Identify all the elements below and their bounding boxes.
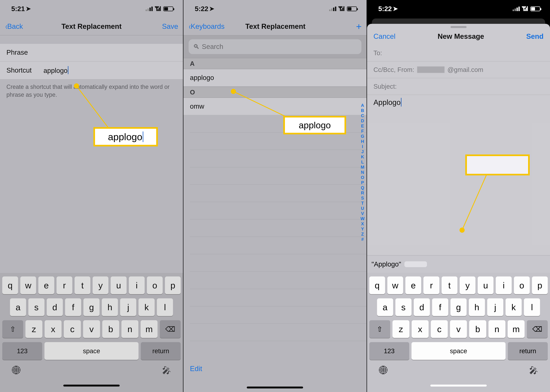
key-p[interactable]: p — [165, 276, 181, 294]
key-q[interactable]: q — [2, 276, 18, 294]
key-q[interactable]: q — [369, 276, 385, 294]
key-s[interactable]: s — [28, 298, 44, 316]
delete-key[interactable]: ⌫ — [527, 320, 548, 338]
key-o[interactable]: o — [514, 276, 530, 294]
shift-key[interactable]: ⇧ — [369, 320, 390, 338]
back-chevron-icon[interactable]: ‹ — [6, 22, 7, 31]
key-s[interactable]: s — [395, 298, 412, 316]
key-x[interactable]: x — [45, 320, 62, 338]
index-G[interactable]: G — [360, 134, 365, 139]
index-A[interactable]: A — [360, 103, 365, 108]
index-S[interactable]: S — [360, 196, 365, 201]
index-O[interactable]: O — [360, 175, 365, 180]
index-I[interactable]: I — [361, 144, 364, 149]
cancel-button[interactable]: Cancel — [373, 32, 396, 40]
phrase-row[interactable]: Phrase — [0, 43, 183, 62]
index-R[interactable]: R — [360, 190, 365, 196]
key-g[interactable]: g — [83, 298, 100, 316]
key-m[interactable]: m — [508, 320, 525, 338]
key-h[interactable]: h — [102, 298, 118, 316]
key-u[interactable]: u — [478, 276, 493, 294]
index-K[interactable]: K — [360, 154, 365, 160]
key-i[interactable]: i — [496, 276, 512, 294]
key-i[interactable]: i — [129, 276, 145, 294]
ccbcc-field[interactable]: Cc/Bcc, From: @gmail.com — [367, 62, 550, 78]
delete-key[interactable]: ⌫ — [160, 320, 181, 338]
index-C[interactable]: C — [360, 113, 365, 118]
index-Z[interactable]: Z — [360, 232, 365, 237]
back-button[interactable]: Back — [7, 22, 23, 30]
key-u[interactable]: u — [111, 276, 126, 294]
key-z[interactable]: z — [25, 320, 42, 338]
return-key[interactable]: return — [508, 342, 548, 360]
list-item-applogo[interactable]: applogo — [183, 69, 366, 87]
index-D[interactable]: D — [360, 119, 365, 123]
globe-icon[interactable]: 🌐︎ — [12, 365, 21, 376]
key-x[interactable]: x — [412, 320, 429, 338]
add-button[interactable]: + — [356, 21, 362, 32]
key-h[interactable]: h — [469, 298, 485, 316]
index-W[interactable]: W — [359, 216, 365, 221]
index-Q[interactable]: Q — [360, 185, 365, 190]
mic-icon[interactable]: 🎤︎ — [529, 365, 538, 376]
key-z[interactable]: z — [393, 320, 409, 338]
send-button[interactable]: Send — [526, 32, 543, 40]
key-w[interactable]: w — [387, 276, 403, 294]
key-y[interactable]: y — [93, 276, 108, 294]
index-M[interactable]: M — [360, 165, 365, 170]
key-y[interactable]: y — [460, 276, 475, 294]
index-U[interactable]: U — [360, 206, 365, 211]
key-o[interactable]: o — [147, 276, 163, 294]
index-N[interactable]: N — [360, 170, 365, 175]
list-item-omw[interactable]: omw — [183, 98, 366, 115]
key-t[interactable]: t — [442, 276, 457, 294]
key-v[interactable]: v — [83, 320, 100, 338]
space-key[interactable]: space — [44, 342, 138, 360]
index-V[interactable]: V — [360, 211, 365, 216]
back-chevron-icon[interactable]: ‹ — [189, 22, 191, 31]
key-l[interactable]: l — [524, 298, 540, 316]
key-j[interactable]: j — [487, 298, 503, 316]
index-B[interactable]: B — [360, 108, 365, 113]
key-f[interactable]: f — [432, 298, 448, 316]
save-button[interactable]: Save — [162, 22, 178, 30]
key-k[interactable]: k — [138, 298, 155, 316]
numbers-key[interactable]: 123 — [2, 342, 42, 360]
numbers-key[interactable]: 123 — [369, 342, 409, 360]
key-v[interactable]: v — [450, 320, 467, 338]
key-n[interactable]: n — [121, 320, 138, 338]
space-key[interactable]: space — [412, 342, 506, 360]
index-E[interactable]: E — [360, 124, 365, 129]
back-button[interactable]: Keyboards — [191, 22, 224, 30]
key-a[interactable]: a — [377, 298, 393, 316]
key-p[interactable]: p — [532, 276, 548, 294]
prediction-chip[interactable] — [404, 261, 427, 267]
shift-key[interactable]: ⇧ — [2, 320, 23, 338]
key-b[interactable]: b — [102, 320, 119, 338]
key-a[interactable]: a — [10, 298, 26, 316]
index-X[interactable]: X — [360, 221, 365, 226]
key-g[interactable]: g — [450, 298, 467, 316]
return-key[interactable]: return — [141, 342, 181, 360]
key-m[interactable]: m — [141, 320, 157, 338]
index-F[interactable]: F — [360, 129, 365, 134]
key-k[interactable]: k — [506, 298, 522, 316]
index-L[interactable]: L — [360, 160, 365, 165]
key-t[interactable]: t — [75, 276, 90, 294]
key-d[interactable]: d — [414, 298, 430, 316]
index-T[interactable]: T — [360, 201, 365, 206]
index-#[interactable]: # — [360, 237, 365, 242]
subject-field[interactable]: Subject: — [367, 78, 550, 95]
key-r[interactable]: r — [423, 276, 439, 294]
search-input[interactable]: 🔍︎ Search — [189, 39, 361, 54]
globe-icon[interactable]: 🌐︎ — [379, 365, 388, 376]
to-field[interactable]: To: — [367, 45, 550, 62]
shortcut-row[interactable]: Shortcut applogo — [0, 62, 183, 79]
key-c[interactable]: c — [64, 320, 81, 338]
key-e[interactable]: e — [38, 276, 54, 294]
edit-button[interactable]: Edit — [190, 365, 202, 373]
key-w[interactable]: w — [20, 276, 36, 294]
key-j[interactable]: j — [120, 298, 136, 316]
index-Y[interactable]: Y — [360, 227, 365, 231]
key-f[interactable]: f — [65, 298, 81, 316]
